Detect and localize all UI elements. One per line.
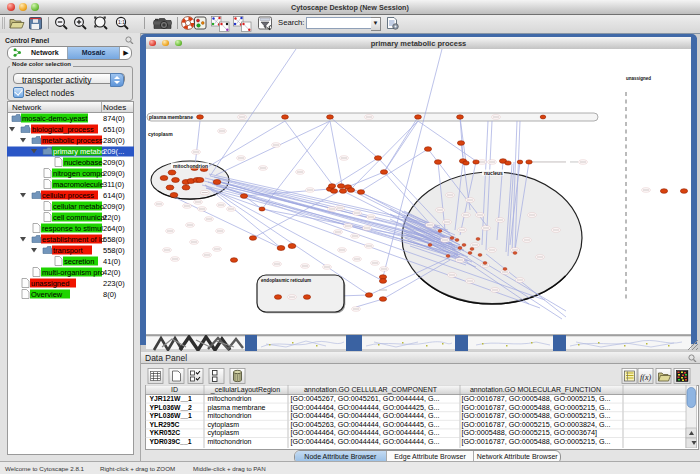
svg-text:secretion: secretion: [64, 257, 94, 266]
svg-text:unassigned: unassigned: [626, 76, 651, 81]
svg-text:cell communicat: cell communicat: [53, 213, 108, 222]
svg-text:Nodes: Nodes: [103, 103, 126, 112]
svg-text:YPL036W__1: YPL036W__1: [150, 412, 193, 419]
svg-text:614(0): 614(0): [103, 191, 125, 200]
svg-text:biological_process: biological_process: [32, 125, 94, 134]
svg-text:264(0): 264(0): [103, 224, 125, 233]
svg-text:cytoplasm: cytoplasm: [208, 429, 240, 437]
svg-text:mitochondrion: mitochondrion: [208, 395, 252, 402]
svg-text:ID: ID: [171, 386, 178, 393]
svg-text:209(...: 209(...: [103, 147, 124, 156]
svg-text:42(0): 42(0): [103, 268, 121, 277]
svg-text:209(0): 209(0): [103, 158, 125, 167]
svg-text:YDR039C__1: YDR039C__1: [150, 438, 192, 445]
svg-text:_cellularLayoutRegion: _cellularLayoutRegion: [210, 386, 280, 394]
svg-text:280(0): 280(0): [103, 136, 125, 145]
svg-text:mitochondrion: mitochondrion: [208, 412, 252, 419]
svg-text:cytoplasm: cytoplasm: [208, 421, 240, 429]
svg-text:f(x): f(x): [640, 373, 651, 382]
svg-text:nucleobase-: nucleobase-: [64, 158, 105, 167]
svg-text:mosaic-demo-yeast: mosaic-demo-yeast: [22, 114, 88, 123]
svg-text:558(0): 558(0): [103, 246, 125, 255]
svg-text:558(0): 558(0): [103, 235, 125, 244]
svg-text:[GO:0044464, GO:0044444, GO:00: [GO:0044464, GO:0044444, GO:0044444, G..…: [291, 437, 440, 446]
svg-text:651(0): 651(0): [103, 125, 125, 134]
svg-text:mitochondrion: mitochondrion: [173, 163, 208, 169]
svg-text:Network: Network: [12, 103, 42, 112]
svg-text:nitrogen compo: nitrogen compo: [53, 169, 105, 178]
svg-text:YJR121W__1: YJR121W__1: [150, 395, 193, 402]
svg-text:plasma membrane: plasma membrane: [149, 114, 193, 120]
svg-text:establishment of lo: establishment of lo: [42, 235, 105, 244]
svg-text:primary metabo: primary metabo: [53, 147, 105, 156]
svg-text:874(0): 874(0): [103, 114, 125, 123]
svg-text:223(0): 223(0): [103, 279, 125, 288]
svg-text:209(0): 209(0): [103, 202, 125, 211]
svg-text:YPL036W__2: YPL036W__2: [150, 404, 193, 411]
svg-text:311(0): 311(0): [103, 180, 125, 189]
svg-text:8(0): 8(0): [103, 290, 117, 299]
svg-text:1:1: 1:1: [118, 19, 125, 25]
svg-text:cytoplasm: cytoplasm: [148, 131, 173, 137]
svg-text:response to stimul: response to stimul: [42, 224, 103, 233]
svg-text:metabolic process: metabolic process: [42, 136, 103, 145]
svg-text:mitochondrion: mitochondrion: [208, 438, 252, 445]
svg-text:multi-organism pro: multi-organism pro: [42, 268, 104, 277]
svg-text:209(0): 209(0): [103, 169, 125, 178]
svg-text:macromolecule: macromolecule: [53, 180, 104, 189]
svg-text:[GO:0016787, GO:0005488, GO:00: [GO:0016787, GO:0005488, GO:0005215, G..…: [462, 437, 611, 446]
svg-text:YKR052C: YKR052C: [150, 429, 181, 436]
svg-text:YLR295C: YLR295C: [150, 421, 180, 428]
svg-text:annotation.GO MOLECULAR_FUNCTI: annotation.GO MOLECULAR_FUNCTION: [470, 386, 601, 394]
svg-text:annotation.GO CELLULAR_COMPONE: annotation.GO CELLULAR_COMPONENT: [304, 386, 438, 394]
svg-text:endoplasmic reticulum: endoplasmic reticulum: [261, 278, 311, 283]
svg-text:nucleus: nucleus: [484, 170, 503, 176]
svg-text:unassigned: unassigned: [31, 279, 69, 288]
svg-text:cellular metabo: cellular metabo: [53, 202, 104, 211]
svg-text:22(0): 22(0): [103, 213, 121, 222]
svg-text:plasma membrane: plasma membrane: [208, 404, 266, 412]
svg-text:41(0): 41(0): [103, 257, 121, 266]
svg-text:Overview: Overview: [31, 290, 63, 299]
svg-text:cellular process: cellular process: [42, 191, 94, 200]
svg-text:transport: transport: [53, 246, 84, 255]
